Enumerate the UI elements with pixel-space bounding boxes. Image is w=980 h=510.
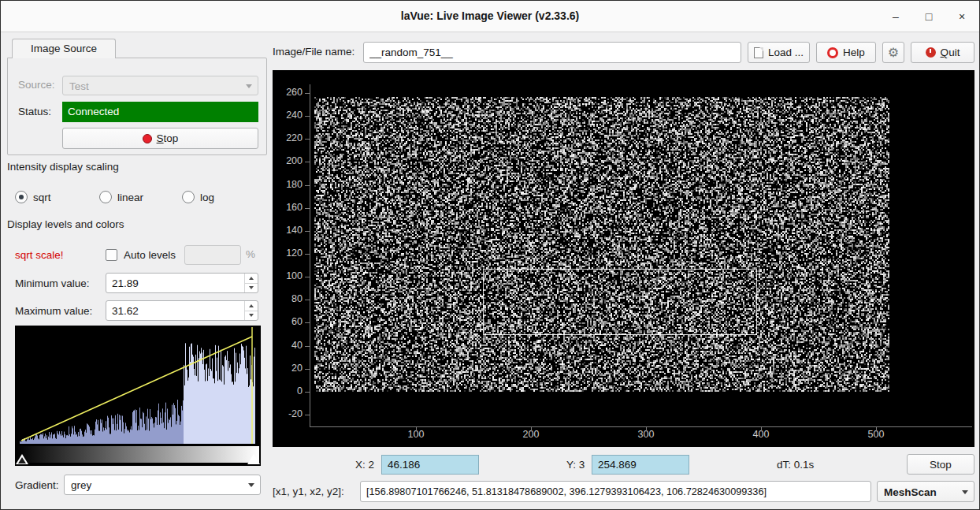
- y-coordinate-value: 254.869: [592, 455, 689, 475]
- y-coordinate-label: Y: 3: [566, 459, 585, 471]
- minimum-value-input[interactable]: [106, 274, 243, 292]
- auto-levels-percent-input[interactable]: [184, 245, 241, 265]
- y-tick-mark: [305, 300, 310, 300]
- load-button-label: Load ...: [768, 47, 804, 58]
- radio-unchecked-icon: [99, 191, 112, 203]
- source-select-value: Test: [69, 80, 89, 91]
- x-axis-line: [310, 426, 972, 427]
- y-tick-mark: [305, 369, 310, 370]
- tab-image-source-label: Image Source: [31, 43, 97, 54]
- y-tick-label: 40: [273, 340, 303, 351]
- frame-time-label: dT: 0.1s: [777, 459, 814, 471]
- y-tick-label: 240: [273, 110, 303, 121]
- scaling-section-header: Intensity display scaling: [7, 161, 119, 173]
- file-name-input[interactable]: [363, 42, 741, 63]
- combo-arrow-icon: [962, 490, 968, 494]
- stop-plot-button[interactable]: Stop: [907, 454, 974, 475]
- levels-section-header: Display levels and colors: [7, 218, 124, 230]
- y-tick-mark: [305, 254, 310, 255]
- spin-up-button[interactable]: [245, 301, 258, 311]
- spin-buttons: [244, 301, 258, 320]
- spin-up-button[interactable]: [245, 274, 258, 284]
- y-tick-label: 60: [273, 316, 303, 327]
- radio-linear[interactable]: linear: [99, 189, 143, 205]
- record-stop-icon: [143, 134, 152, 143]
- combo-arrow-icon: [246, 84, 252, 88]
- y-tick-mark: [305, 346, 310, 347]
- y-tick-label: 0: [273, 385, 303, 396]
- gradient-select[interactable]: grey: [64, 475, 261, 495]
- y-tick-mark: [305, 392, 310, 393]
- crosshair-cursor: [855, 151, 856, 173]
- selection-rectangle[interactable]: [483, 269, 757, 335]
- y-tick-mark: [305, 116, 310, 117]
- help-button[interactable]: Help: [816, 42, 876, 63]
- radio-sqrt[interactable]: sqrt: [15, 189, 51, 205]
- connection-status-badge: Connected: [62, 102, 258, 122]
- gear-icon: ⚙: [888, 47, 899, 59]
- radio-log-label: log: [200, 192, 214, 203]
- x-tick-mark: [416, 426, 417, 431]
- gradient-select-value: grey: [71, 479, 91, 491]
- image-plot[interactable]: 260240220200180160140120100806040200-201…: [273, 70, 974, 447]
- range-label: [x1, y1, x2, y2]:: [273, 486, 344, 497]
- window-title: laVue: Live Image Viewer (v2.33.6): [1, 9, 979, 22]
- help-icon: [827, 47, 838, 58]
- arrow-up-icon: [249, 304, 254, 307]
- stop-source-label: Stop: [157, 132, 179, 144]
- source-label: Source:: [18, 79, 55, 91]
- radio-log[interactable]: log: [182, 189, 214, 205]
- spin-buttons: [244, 274, 258, 292]
- radio-unchecked-icon: [182, 191, 195, 203]
- quit-button[interactable]: Quit: [911, 42, 974, 63]
- range-input[interactable]: [360, 481, 871, 502]
- maximum-value-label: Maximum value:: [15, 305, 92, 317]
- histogram-widget[interactable]: [15, 326, 261, 466]
- y-tick-label: 20: [273, 363, 303, 374]
- y-tick-mark: [305, 162, 310, 162]
- auto-levels-checkbox[interactable]: [106, 249, 117, 261]
- image-canvas[interactable]: [314, 97, 889, 392]
- file-name-label: Image/File name:: [273, 46, 355, 58]
- y-tick-label: 260: [273, 87, 303, 98]
- y-tick-mark: [305, 415, 310, 415]
- auto-levels-label: Auto levels: [124, 249, 176, 261]
- load-button[interactable]: Load ...: [748, 42, 810, 63]
- maximize-icon: □: [926, 10, 932, 23]
- arrow-up-icon: [249, 277, 254, 280]
- tab-image-source[interactable]: Image Source: [12, 39, 116, 58]
- stop-source-button[interactable]: Stop: [62, 128, 258, 149]
- maximize-button[interactable]: □: [918, 7, 940, 26]
- gradient-left-marker-icon[interactable]: [16, 454, 28, 464]
- spin-down-button[interactable]: [245, 284, 258, 293]
- source-select[interactable]: Test: [62, 76, 258, 95]
- arrow-down-icon: [249, 286, 254, 289]
- minimum-value-label: Minimum value:: [15, 277, 90, 289]
- close-button[interactable]: ×: [951, 7, 973, 26]
- radio-linear-label: linear: [117, 192, 143, 203]
- title-bar: laVue: Live Image Viewer (v2.33.6) – □ ×: [1, 1, 979, 32]
- x-tick-mark: [531, 426, 532, 431]
- help-button-label: Help: [843, 47, 865, 58]
- combo-arrow-icon: [248, 483, 254, 487]
- scan-mode-select[interactable]: MeshScan: [877, 481, 974, 502]
- x-tick-mark: [876, 426, 877, 431]
- app-window: laVue: Live Image Viewer (v2.33.6) – □ ×…: [0, 0, 980, 510]
- scale-warning: sqrt scale!: [15, 249, 64, 261]
- gradient-label: Gradient:: [15, 479, 59, 491]
- scan-mode-value: MeshScan: [884, 486, 937, 497]
- maximum-value-input[interactable]: [106, 301, 243, 320]
- histogram-canvas[interactable]: [17, 327, 259, 444]
- spin-down-button[interactable]: [245, 311, 258, 321]
- gradient-right-marker-icon[interactable]: [247, 454, 260, 464]
- gradient-bar[interactable]: [17, 446, 259, 463]
- y-tick-mark: [305, 208, 310, 209]
- settings-button[interactable]: ⚙: [882, 42, 904, 63]
- x-coordinate-label: X: 2: [355, 459, 374, 471]
- y-tick-mark: [305, 93, 310, 94]
- load-file-icon: [754, 47, 763, 58]
- status-label: Status:: [18, 106, 51, 117]
- y-tick-label: 120: [273, 248, 303, 259]
- minimize-button[interactable]: –: [885, 7, 907, 26]
- percent-suffix: %: [246, 248, 255, 260]
